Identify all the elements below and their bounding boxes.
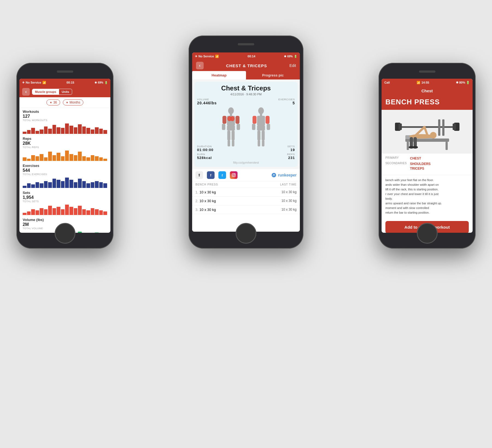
bar — [95, 209, 99, 215]
phone-right: Call 📶 14:55 ✱ 80% 🔋 Chest — [379, 63, 476, 249]
svg-rect-21 — [257, 125, 265, 131]
bar — [91, 182, 95, 188]
add-to-workout-button[interactable]: Add to current workout — [385, 221, 469, 233]
left-back-button[interactable]: ‹ — [22, 88, 30, 96]
bar-chart — [23, 230, 107, 233]
facebook-button[interactable]: f — [207, 171, 215, 179]
progress-pic-tab[interactable]: Progress pic — [246, 71, 300, 79]
scene: ✈ No Service 📶 00:15 ✱ 69% 🔋 ‹ — [0, 0, 492, 448]
front-muscle-figure — [219, 107, 243, 147]
bar — [65, 205, 69, 215]
units-tab[interactable]: Units — [59, 89, 72, 95]
right-battery: 80% — [459, 81, 465, 84]
bar — [44, 209, 48, 215]
edit-button[interactable]: Edit — [289, 63, 296, 68]
left-service: No Service — [26, 81, 41, 84]
row-set: 2.10 x 30 kg — [195, 199, 216, 203]
right-bluetooth-icon: ✱ — [456, 81, 458, 84]
duration-label: DURATION — [197, 145, 213, 148]
svg-rect-8 — [237, 124, 240, 130]
left-status-right: ✱ 69% 🔋 — [95, 81, 108, 84]
bar — [91, 208, 95, 215]
runkeeper-text: runkeeper — [278, 173, 297, 177]
muscle-heatmap — [197, 107, 295, 143]
bar — [69, 180, 73, 188]
exercise-table: BENCH PRESS LAST TIME 1.10 x 30 kg 10 x … — [192, 181, 300, 232]
row-last: 10 x 30 kg — [282, 208, 297, 212]
exercise-name: BENCH PRESS — [385, 98, 469, 106]
svg-rect-39 — [442, 119, 444, 136]
muscle-groups-tab[interactable]: Muscle groups — [32, 89, 59, 95]
twitter-button[interactable]: t — [218, 171, 226, 179]
tab-bar: Heatmap Progress pic — [192, 71, 300, 79]
center-screen: ✈ No Service 📶 00:14 ✱ 69% 🔋 ‹ — [192, 52, 300, 232]
svg-rect-35 — [399, 123, 402, 130]
bar — [99, 210, 103, 215]
svg-rect-33 — [397, 126, 457, 128]
bar — [36, 210, 39, 215]
bar — [86, 157, 90, 161]
section-sub: TOTAL REPS — [23, 146, 107, 149]
count-filter[interactable]: ▼ 36 — [46, 99, 60, 105]
section-value: 127 — [23, 114, 107, 119]
svg-rect-18 — [266, 116, 270, 124]
bar-chart — [23, 149, 107, 161]
secondaries-label: SECONDARIES — [385, 162, 407, 171]
svg-rect-38 — [438, 119, 440, 136]
count-arrow-icon: ▼ — [49, 101, 52, 104]
volume-value: 20.446lbs — [197, 101, 217, 105]
bar — [23, 186, 27, 188]
center-battery: 69% — [287, 55, 293, 58]
bar — [69, 126, 73, 134]
center-status-left: ✈ No Service 📶 — [195, 55, 219, 58]
row-last: 10 x 30 kg — [282, 199, 297, 203]
heatmap-tab[interactable]: Heatmap — [192, 71, 246, 79]
center-back-button[interactable]: ‹ — [196, 62, 204, 69]
right-wifi-icon: 📶 — [417, 81, 420, 84]
bar — [103, 211, 107, 215]
bar — [23, 157, 27, 161]
svg-line-42 — [416, 127, 424, 135]
svg-rect-15 — [260, 114, 262, 116]
bar — [52, 125, 56, 134]
table-row: 2.10 x 30 kg 10 x 30 kg — [192, 197, 300, 205]
secondaries-row: SECONDARIES SHOULDERS TRICEPS — [385, 162, 469, 171]
bar — [52, 208, 56, 215]
airplane-icon: ✈ — [22, 81, 25, 84]
share-row: ⬆ f t — [192, 169, 300, 181]
reps-label: REPS — [287, 153, 295, 156]
bar — [82, 181, 86, 188]
bar — [99, 157, 103, 161]
period-filter[interactable]: ▼ Months — [63, 99, 83, 105]
svg-rect-20 — [267, 124, 270, 130]
table-row: 1.10 x 30 kg 10 x 30 kg — [192, 188, 300, 197]
bar — [44, 181, 48, 188]
bar — [103, 183, 107, 188]
burn-value: 528kcal — [197, 156, 212, 160]
bar — [36, 156, 39, 161]
bar — [61, 181, 65, 188]
bar — [65, 178, 69, 188]
muscles-section: PRIMARY CHEST SECONDARIES SHOULDERS TRIC… — [382, 154, 473, 175]
bar — [103, 130, 107, 134]
stat-section: Sets 1,954 TOTAL SETS — [19, 189, 110, 216]
segment-control[interactable]: Muscle groups Units — [32, 89, 72, 95]
upload-button[interactable]: ⬆ — [195, 171, 203, 179]
bar-chart — [23, 122, 107, 134]
exercise-illustration — [382, 110, 473, 154]
bar — [48, 206, 52, 215]
bar — [78, 152, 82, 161]
watermark: fitty.co/gymherotest — [197, 161, 295, 164]
bar — [40, 183, 43, 188]
svg-rect-16 — [257, 116, 265, 126]
bar — [61, 156, 65, 161]
primary-row: PRIMARY CHEST — [385, 156, 469, 161]
instagram-button[interactable] — [230, 171, 238, 179]
section-sub: TOTAL WORKOUTS — [23, 119, 107, 122]
svg-rect-25 — [262, 140, 264, 146]
right-status-bar: Call 📶 14:55 ✱ 80% 🔋 — [382, 79, 473, 86]
section-label: Workouts — [23, 110, 107, 114]
svg-rect-31 — [446, 142, 448, 150]
row-set: 3.10 x 30 kg — [195, 208, 216, 212]
bar — [78, 124, 82, 134]
